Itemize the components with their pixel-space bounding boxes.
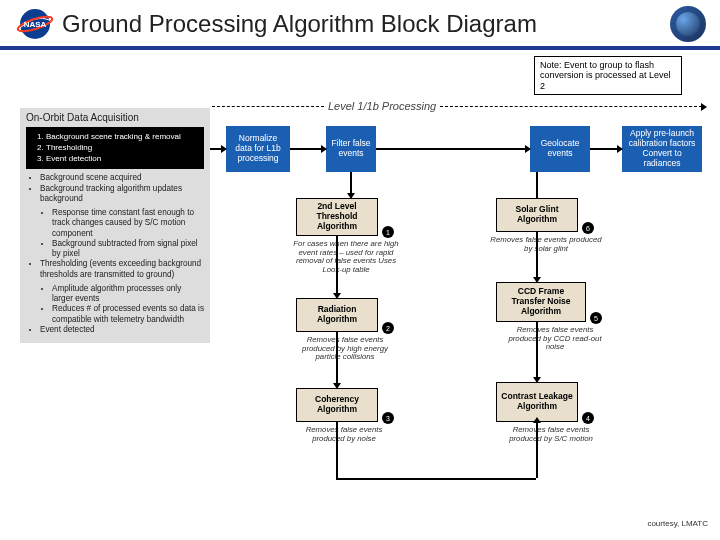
b3: Thresholding (events exceeding backgroun… [40, 259, 204, 325]
b2a: Response time constant fast enough to tr… [52, 208, 204, 239]
conn-h [336, 478, 536, 480]
b2b: Background subtracted from signal pixel … [52, 239, 204, 260]
onorbit-step2: Thresholding [46, 143, 198, 154]
box-contrast: Contrast Leakage Algorithm [496, 382, 578, 422]
arr-filter-thr [350, 172, 352, 194]
onorbit-title: On-Orbit Data Acquisition [26, 112, 204, 123]
conn-v2 [536, 422, 538, 478]
box-glint: Solar Glint Algorithm [496, 198, 578, 232]
badge-6: 6 [582, 222, 594, 234]
cap-contrast: Removes false events produced by S/C mot… [496, 426, 606, 443]
courtesy-text: courtesy, LMATC [647, 519, 708, 528]
diagram-area: Note: Event to group to flash conversion… [0, 50, 720, 530]
cap-glint: Removes false events produced by solar g… [486, 236, 606, 253]
cap-radiation: Removes false events produced by high en… [290, 336, 400, 362]
box-filter: Filter false events [326, 126, 376, 172]
cap-ccd: Removes false events produced by CCD rea… [500, 326, 610, 352]
b1: Background scene acquired [40, 173, 204, 183]
b3a: Amplitude algorithm processes only large… [52, 284, 204, 305]
onorbit-steps: Background scene tracking & removal Thre… [26, 127, 204, 169]
arr-rad-coh [336, 332, 338, 384]
box-normalize: Normalize data for L1b processing [226, 126, 290, 172]
badge-4: 4 [582, 412, 594, 424]
arrow-geo-cal [590, 148, 618, 150]
glm-logo [670, 6, 706, 42]
badge-2: 2 [382, 322, 394, 334]
dashed-divider-left [212, 106, 324, 107]
box-coherency: Coherency Algorithm [296, 388, 378, 422]
onorbit-panel: On-Orbit Data Acquisition Background sce… [20, 108, 210, 343]
section-label: Level 1/1b Processing [328, 100, 436, 112]
arr-thr-rad [336, 236, 338, 294]
arr-glint-ccd [536, 232, 538, 278]
conn-v1 [336, 422, 338, 478]
box-threshold2: 2nd Level Threshold Algorithm [296, 198, 378, 236]
box-ccd: CCD Frame Transfer Noise Algorithm [496, 282, 586, 322]
nasa-logo: NASA [14, 6, 56, 42]
arr-ccd-contrast [536, 322, 538, 378]
onorbit-bullets: Background scene acquired Background tra… [26, 173, 204, 335]
b4: Event detected [40, 325, 204, 335]
box-radiation: Radiation Algorithm [296, 298, 378, 332]
header: NASA Ground Processing Algorithm Block D… [0, 0, 720, 50]
arr-glint-up [536, 172, 538, 198]
box-geolocate: Geolocate events [530, 126, 590, 172]
badge-1: 1 [382, 226, 394, 238]
level2-note: Note: Event to group to flash conversion… [534, 56, 682, 95]
cap-coherency: Removes false events produced by noise [296, 426, 392, 443]
arrow-onorbit-norm [210, 148, 222, 150]
b2: Background tracking algorithm updates ba… [40, 184, 204, 260]
svg-text:NASA: NASA [24, 20, 47, 29]
arrow-norm-filter [290, 148, 322, 150]
badge-3: 3 [382, 412, 394, 424]
arrow-glint-geo [376, 148, 526, 150]
onorbit-step3: Event detection [46, 154, 198, 165]
b3b: Reduces # of processed events so data is… [52, 304, 204, 325]
dashed-divider-right [440, 106, 702, 107]
box-calibrate: Apply pre-launch calibration factors Con… [622, 126, 702, 172]
onorbit-step1: Background scene tracking & removal [46, 132, 198, 143]
badge-5: 5 [590, 312, 602, 324]
page-title: Ground Processing Algorithm Block Diagra… [62, 10, 670, 38]
cap-threshold2: For cases when there are high event rate… [286, 240, 406, 274]
